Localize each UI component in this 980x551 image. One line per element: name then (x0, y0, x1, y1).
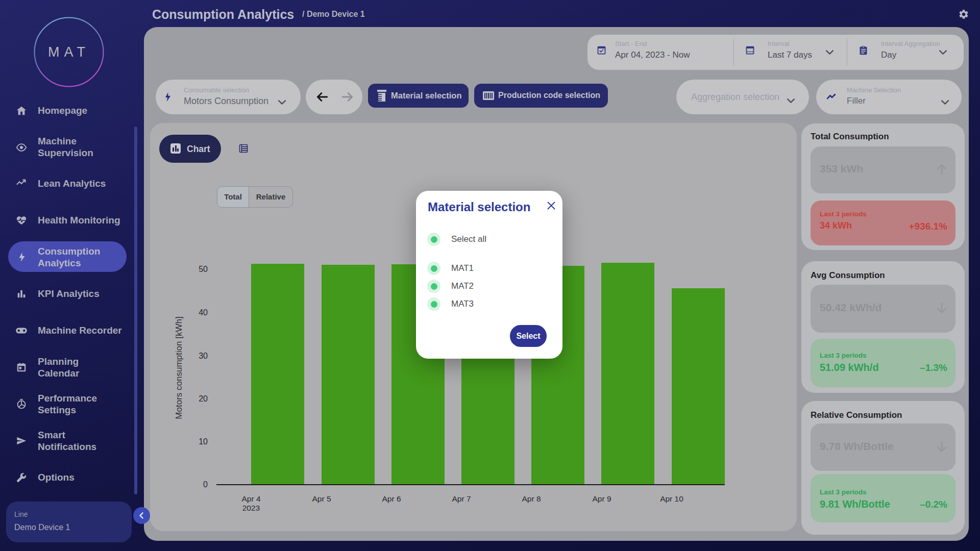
svg-text:MAT: MAT (48, 44, 90, 60)
